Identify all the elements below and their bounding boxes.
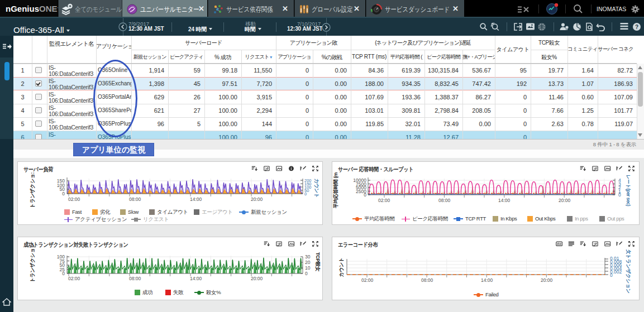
svg-text:14:00: 14:00 bbox=[190, 276, 202, 281]
svg-text:0: 0 bbox=[62, 271, 65, 276]
svg-text:20:00: 20:00 bbox=[541, 277, 553, 283]
svg-text:14:00: 14:00 bbox=[498, 198, 511, 203]
svg-text:0: 0 bbox=[618, 192, 621, 198]
svg-text:14:00: 14:00 bbox=[481, 277, 493, 283]
svg-text:0: 0 bbox=[62, 191, 65, 196]
svg-text:0: 0 bbox=[304, 191, 307, 196]
svg-text:02:00: 02:00 bbox=[68, 276, 80, 281]
svg-text:30: 30 bbox=[305, 254, 311, 260]
svg-text:02:00: 02:00 bbox=[68, 196, 80, 202]
svg-text:?: ? bbox=[635, 24, 638, 30]
svg-text:08:00: 08:00 bbox=[421, 277, 433, 283]
svg-text:10: 10 bbox=[305, 265, 311, 271]
svg-text:20: 20 bbox=[305, 260, 311, 265]
svg-text:02:00: 02:00 bbox=[378, 198, 390, 203]
svg-text:08:00: 08:00 bbox=[129, 196, 141, 202]
svg-text:20:00: 20:00 bbox=[251, 276, 263, 281]
svg-text:0: 0 bbox=[364, 192, 366, 198]
svg-text:0: 0 bbox=[610, 272, 613, 278]
svg-text:20:00: 20:00 bbox=[559, 198, 571, 203]
svg-text:20:00: 20:00 bbox=[251, 196, 263, 202]
svg-text:14:00: 14:00 bbox=[190, 196, 202, 202]
svg-text:08:00: 08:00 bbox=[129, 276, 141, 281]
svg-text:0: 0 bbox=[305, 271, 308, 276]
svg-text:02:00: 02:00 bbox=[361, 277, 374, 283]
svg-text:08:00: 08:00 bbox=[438, 198, 451, 203]
